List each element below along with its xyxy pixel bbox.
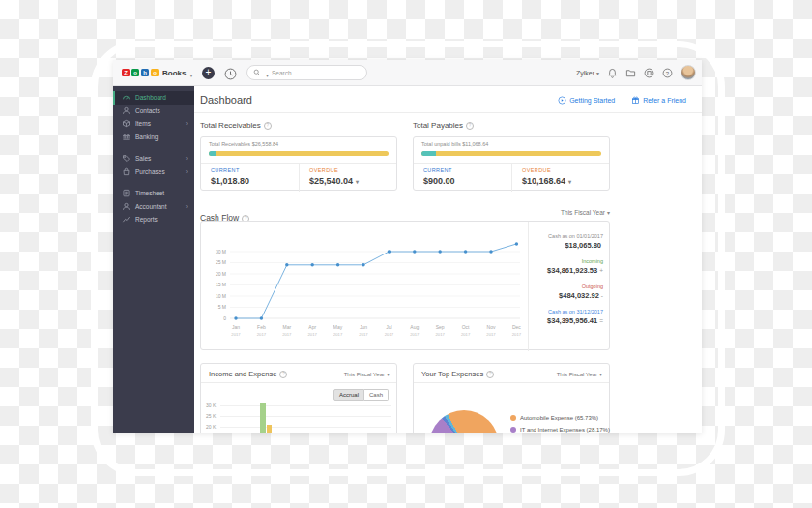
search-input[interactable] — [272, 70, 349, 76]
items-box-icon — [122, 119, 130, 128]
svg-text:2017: 2017 — [461, 332, 471, 337]
sidebar-item-contacts[interactable]: Contacts — [113, 105, 194, 118]
sales-tag-icon — [122, 154, 130, 163]
topbar-right: Zylker ? — [576, 60, 696, 85]
svg-text:2017: 2017 — [486, 332, 496, 337]
accrual-toggle-button[interactable]: Accrual — [334, 389, 364, 401]
notifications-bell-icon[interactable] — [607, 68, 618, 78]
sidebar-item-dashboard[interactable]: Dashboard — [113, 91, 194, 105]
cash-toggle-button[interactable]: Cash — [364, 389, 389, 401]
info-icon[interactable] — [463, 121, 474, 130]
organization-icon[interactable] — [644, 68, 654, 78]
refer-a-friend-link[interactable]: Refer a Friend — [631, 96, 686, 105]
search-scope-chevron-icon[interactable] — [264, 64, 269, 81]
svg-text:10 M: 10 M — [216, 293, 226, 299]
bar-expense — [267, 425, 273, 433]
info-icon[interactable] — [261, 121, 272, 130]
overdue-amount[interactable]: $25,540.04 — [309, 176, 396, 186]
search-icon — [253, 69, 261, 76]
current-amount: $900.00 — [423, 176, 511, 186]
overdue-label: OVERDUE — [522, 167, 609, 173]
chevron-down-icon — [566, 176, 571, 186]
page-header: Dashboard Getting Started Refer a Friend — [194, 86, 702, 113]
org-switcher[interactable]: Zylker — [576, 70, 599, 76]
contacts-icon — [122, 106, 130, 115]
svg-text:Jun: Jun — [360, 324, 367, 330]
svg-text:Apr: Apr — [308, 324, 316, 330]
svg-text:5 M: 5 M — [218, 304, 226, 310]
dashboard-icon — [122, 93, 130, 102]
gift-icon — [631, 96, 640, 105]
recent-history-button[interactable] — [224, 67, 237, 79]
user-avatar[interactable] — [681, 65, 696, 80]
svg-text:Dec: Dec — [512, 324, 521, 330]
svg-text:2017: 2017 — [257, 332, 267, 337]
top-expenses-period-dropdown[interactable]: This Fiscal Year — [557, 371, 602, 377]
zoho-books-logo[interactable]: Z o h o Books — [122, 60, 192, 85]
receivables-summary: Total Receivables $26,558.84 — [209, 141, 389, 147]
chevron-down-icon — [353, 176, 359, 186]
top-expenses-panel: Your Top Expenses This Fiscal Year Autom… — [413, 363, 610, 433]
history-icon — [224, 68, 237, 80]
logo-tile-z: Z — [122, 69, 130, 76]
svg-text:0: 0 — [223, 315, 226, 321]
getting-started-link[interactable]: Getting Started — [558, 96, 615, 105]
cashflow-panel: 05 M10 M15 M20 M25 M30 MJan2017Feb2017Ma… — [200, 221, 610, 350]
sidebar-item-items[interactable]: Items › — [113, 117, 194, 131]
banking-icon — [122, 133, 130, 141]
cashflow-period-dropdown[interactable]: This Fiscal Year — [561, 209, 610, 216]
income-expense-panel: Income and Expense This Fiscal Year 30 K… — [200, 363, 397, 433]
cash-closing: Cash as on 31/12/2017 $34,395,956.41= — [529, 309, 603, 325]
accounting-basis-toggle: Accrual Cash — [334, 389, 389, 401]
chevron-right-icon: › — [186, 168, 188, 175]
divider — [623, 95, 624, 105]
overdue-amount[interactable]: $10,168.64 — [522, 176, 609, 186]
sidebar-item-accountant[interactable]: Accountant › — [113, 200, 194, 214]
svg-text:20 M: 20 M — [216, 271, 226, 277]
svg-text:2017: 2017 — [334, 332, 343, 337]
cashflow-line-chart: 05 M10 M15 M20 M25 M30 MJan2017Feb2017Ma… — [201, 222, 528, 351]
sidebar-item-timesheet[interactable]: Timesheet — [113, 187, 194, 200]
page-title: Dashboard — [200, 94, 252, 105]
chevron-right-icon: › — [186, 203, 188, 210]
cashflow-stats: Cash as on 01/01/2017 $18,065.80 Incomin… — [528, 222, 611, 351]
receivables-overdue-segment — [216, 151, 389, 156]
svg-text:2017: 2017 — [385, 332, 394, 337]
receivables-current-segment — [209, 151, 216, 156]
sidebar-item-banking[interactable]: Banking — [113, 131, 194, 144]
timesheet-icon — [122, 189, 130, 197]
quick-create-button[interactable]: + — [202, 67, 215, 79]
sidebar-item-purchases[interactable]: Purchases › — [113, 165, 194, 179]
svg-text:Oct: Oct — [462, 324, 470, 330]
legend-dot — [510, 415, 516, 421]
svg-text:30 M: 30 M — [216, 249, 226, 254]
receivables-title: Total Receivables — [200, 121, 272, 130]
payables-card: Total unpaid bills $11,068.64 CURRENT $9… — [413, 136, 610, 191]
sidebar-item-sales[interactable]: Sales › — [113, 152, 194, 165]
bar-income — [260, 403, 266, 433]
legend-item: Automobile Expense (65.73%) — [510, 415, 610, 421]
global-search[interactable] — [246, 65, 367, 80]
legend-dot — [510, 427, 516, 433]
sidebar-nav: Dashboard Contacts Items › Banking Sales… — [113, 86, 194, 433]
current-label: CURRENT — [211, 167, 299, 173]
overdue-label: OVERDUE — [309, 167, 396, 173]
receivables-card: Total Receivables $26,558.84 CURRENT $1,… — [200, 136, 397, 191]
documents-folder-icon[interactable] — [625, 68, 636, 78]
sidebar-item-reports[interactable]: Reports — [113, 213, 194, 226]
payables-current-segment — [421, 151, 436, 156]
svg-text:15 M: 15 M — [216, 282, 226, 287]
logo-tile-h: h — [141, 69, 149, 76]
chevron-down-icon — [188, 64, 192, 81]
help-icon[interactable]: ? — [662, 68, 673, 78]
svg-text:2017: 2017 — [282, 332, 292, 337]
chevron-right-icon: › — [186, 120, 188, 127]
receivables-progress-bar — [209, 151, 389, 156]
svg-text:2017: 2017 — [359, 332, 368, 337]
svg-text:Nov: Nov — [487, 324, 496, 330]
svg-text:Jan: Jan — [232, 324, 240, 330]
info-icon[interactable] — [483, 370, 494, 378]
cash-opening: Cash as on 01/01/2017 $18,065.80 — [529, 233, 603, 250]
svg-text:Mar: Mar — [282, 324, 291, 330]
logo-tile-o1: o — [131, 69, 139, 76]
